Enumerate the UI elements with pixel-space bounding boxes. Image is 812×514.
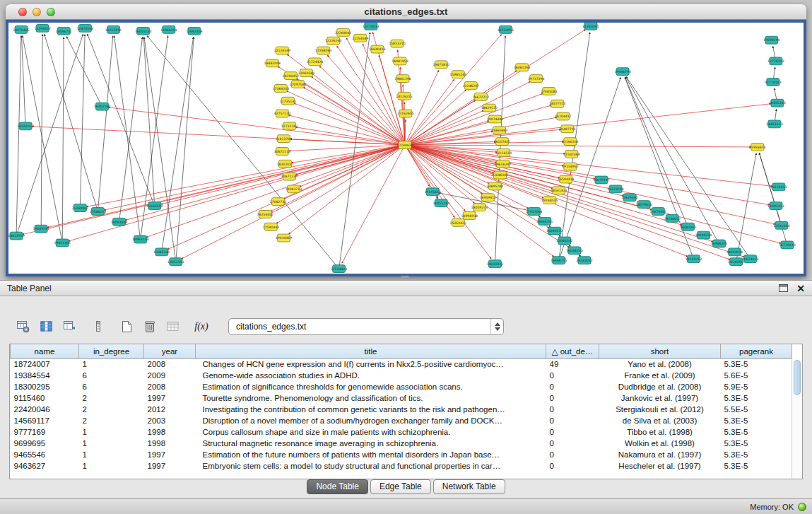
table-cell[interactable]: 22420046 xyxy=(11,404,79,415)
graph-node[interactable]: 17082733 xyxy=(270,198,287,206)
table-selector-dropdown[interactable]: citations_edges.txt xyxy=(228,318,504,335)
graph-edge[interactable] xyxy=(287,91,405,145)
table-cell[interactable]: 2008 xyxy=(144,358,196,370)
graph-edge[interactable] xyxy=(16,36,21,236)
table-cell[interactable]: Hescheler et al. (1997) xyxy=(599,460,721,472)
graph-node[interactable]: 92774143 xyxy=(765,78,782,86)
table-cell[interactable]: 1 xyxy=(79,426,144,438)
graph-edge[interactable] xyxy=(294,103,405,145)
graph-node[interactable]: 18577715 xyxy=(549,100,566,107)
graph-node[interactable]: 17590443 xyxy=(263,223,280,230)
graph-node[interactable]: 10974483 xyxy=(487,115,504,123)
graph-node[interactable]: 16355180 xyxy=(94,103,111,110)
graph-node[interactable]: 14051351 xyxy=(167,258,184,266)
graph-edge[interactable] xyxy=(625,78,693,259)
graph-node[interactable]: 21860463 xyxy=(491,127,508,134)
graph-node[interactable]: 19616247 xyxy=(495,160,512,168)
table-cell[interactable]: Franke et al. (2009) xyxy=(599,370,721,381)
table-cell[interactable]: 9777169 xyxy=(11,426,79,438)
table-cell[interactable]: 49 xyxy=(546,358,599,370)
graph-node[interactable]: 16055130 xyxy=(135,27,152,35)
graph-node[interactable]: 16152413 xyxy=(770,183,787,191)
graph-node[interactable]: 18059273 xyxy=(471,204,488,211)
graph-edge[interactable] xyxy=(405,129,561,145)
graph-node[interactable]: 12731267 xyxy=(281,122,298,130)
graph-node[interactable]: 18302027 xyxy=(277,160,294,168)
column-header-year[interactable]: year xyxy=(144,344,196,358)
table-cell[interactable]: 1997 xyxy=(144,392,196,404)
graph-edge[interactable] xyxy=(45,34,98,211)
table-cell[interactable]: 1997 xyxy=(144,449,196,460)
table-cell[interactable]: 0 xyxy=(546,392,599,404)
table-cell[interactable]: 6 xyxy=(79,370,144,381)
graph-edge[interactable] xyxy=(69,145,405,241)
table-cell[interactable]: Tibbo et al. (1998) xyxy=(599,426,721,438)
graph-node[interactable]: 19248535 xyxy=(541,197,558,204)
graph-node[interactable]: 12046242 xyxy=(556,237,573,245)
table-cell[interactable]: Nakamura et al. (1997) xyxy=(599,449,721,460)
table-cell[interactable]: 0 xyxy=(546,381,599,392)
table-cell[interactable]: Wolkin et al. (1998) xyxy=(599,438,721,449)
graph-edge[interactable] xyxy=(405,117,557,145)
table-cell[interactable]: 2 xyxy=(79,415,144,426)
new-table-icon[interactable] xyxy=(117,317,136,336)
graph-node[interactable]: 16455343 xyxy=(769,99,786,107)
table-cell[interactable]: 5.3E-5 xyxy=(721,460,792,472)
graph-node[interactable]: 14046731 xyxy=(56,27,73,35)
graph-node[interactable]: 19034469 xyxy=(276,234,293,242)
window-close-button[interactable] xyxy=(18,8,27,16)
graph-node[interactable]: 59051305 xyxy=(54,239,71,247)
graph-edge[interactable] xyxy=(405,110,483,145)
table-options-icon[interactable] xyxy=(14,317,33,336)
table-row[interactable]: 946554611997Estimation of the future num… xyxy=(11,449,792,460)
table-cell[interactable]: 1 xyxy=(79,358,144,370)
graph-node[interactable]: 76254402 xyxy=(257,211,274,218)
graph-node[interactable]: 15958474 xyxy=(749,144,766,151)
graph-node[interactable]: 14200452 xyxy=(283,72,300,80)
graph-edge[interactable] xyxy=(559,33,590,260)
graph-node[interactable]: 13226215 xyxy=(396,92,413,100)
graph-node[interactable]: 11092413 xyxy=(767,202,784,210)
graph-node[interactable]: 15679194 xyxy=(607,185,624,193)
graph-node[interactable]: 16677717 xyxy=(473,93,490,100)
graph-node[interactable]: 81343041 xyxy=(582,23,599,30)
table-cell[interactable]: 5.3E-5 xyxy=(721,358,792,370)
graph-node[interactable]: 11015051 xyxy=(105,25,122,33)
graph-node[interactable]: 16946203 xyxy=(711,240,728,247)
graph-node[interactable]: 17485083 xyxy=(541,87,558,95)
graph-node[interactable]: 14895784 xyxy=(487,182,504,190)
table-cell[interactable]: 5.3E-5 xyxy=(721,415,792,426)
table-scrollbar[interactable] xyxy=(792,358,802,479)
graph-node[interactable]: 20561055 xyxy=(17,122,34,130)
graph-node[interactable]: 21724424 xyxy=(307,58,324,66)
graph-edge[interactable] xyxy=(143,37,154,206)
graph-node[interactable]: 16594418 xyxy=(558,175,575,183)
table-row[interactable]: 911546021997Tourette syndrome. Phenomeno… xyxy=(11,392,792,404)
graph-node[interactable]: 12124549 xyxy=(274,47,291,54)
graph-node[interactable]: 30672211 xyxy=(274,148,291,156)
table-cell[interactable]: Estimation of significance thresholds fo… xyxy=(196,381,546,392)
graph-node[interactable]: 16640416 xyxy=(369,45,386,53)
graph-edge[interactable] xyxy=(88,34,155,206)
table-cell[interactable]: 1997 xyxy=(144,460,196,472)
graph-edge[interactable] xyxy=(327,55,405,145)
graph-node[interactable]: 15059422 xyxy=(450,218,467,226)
graph-node[interactable]: 18541423 xyxy=(551,187,567,194)
graph-node[interactable]: 11547469 xyxy=(563,150,580,158)
graph-node[interactable]: 12226240 xyxy=(325,37,342,45)
function-builder-icon[interactable]: f(x) xyxy=(192,317,211,336)
graph-edge[interactable] xyxy=(16,34,83,235)
graph-node[interactable]: 18579016 xyxy=(635,201,652,209)
table-cell[interactable]: 0 xyxy=(546,415,599,426)
table-cell[interactable]: Stergiakouli et al. (2012) xyxy=(599,404,721,415)
graph-node[interactable]: 25269061 xyxy=(72,204,89,212)
graph-node[interactable]: 12776203 xyxy=(767,57,784,65)
graph-node[interactable]: 12470548 xyxy=(77,24,94,32)
table-cell[interactable]: Genome-wide association studies in ADHD. xyxy=(196,370,546,381)
column-header-in_degree[interactable]: in_degree xyxy=(79,344,144,358)
graph-node[interactable]: 17937044 xyxy=(526,208,543,216)
graph-node[interactable]: 19590294 xyxy=(763,36,780,44)
table-cell[interactable]: 2003 xyxy=(144,415,196,426)
graph-node[interactable]: 21813704 xyxy=(276,135,293,143)
graph-edge[interactable] xyxy=(98,36,112,211)
